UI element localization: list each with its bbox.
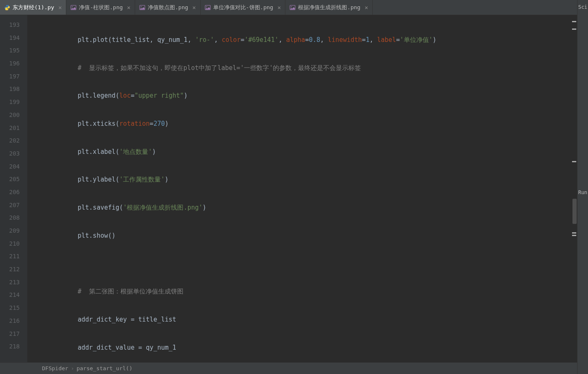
right-tool-sidebar: Sci Run bbox=[577, 0, 588, 374]
line-number: 202 bbox=[0, 134, 27, 147]
line-number: 204 bbox=[0, 160, 27, 173]
tab-label: 东方财经(1).py bbox=[13, 4, 54, 11]
image-file-icon bbox=[71, 5, 76, 10]
tab-label: 净值散点图.png bbox=[148, 4, 188, 11]
svg-point-5 bbox=[206, 6, 207, 7]
breadcrumb-item[interactable]: parse_start_url() bbox=[76, 365, 132, 371]
tab-image-4[interactable]: 根据净值生成折线图.png × bbox=[285, 0, 373, 15]
line-number: 217 bbox=[0, 327, 27, 340]
line-number: 198 bbox=[0, 83, 27, 96]
tab-bar: 东方财经(1).py × 净值-柱状图.png × 净值散点图.png × 单位… bbox=[0, 0, 577, 15]
breadcrumb: DFSpider › parse_start_url() bbox=[0, 362, 577, 374]
line-number: 215 bbox=[0, 301, 27, 314]
line-number: 211 bbox=[0, 250, 27, 263]
scroll-marker bbox=[572, 235, 576, 236]
line-number: 197 bbox=[0, 70, 27, 83]
line-number: 213 bbox=[0, 276, 27, 289]
scroll-marker bbox=[572, 161, 576, 162]
close-icon[interactable]: × bbox=[58, 4, 62, 11]
editor-scrollbar[interactable] bbox=[571, 18, 577, 362]
close-icon[interactable]: × bbox=[277, 4, 281, 11]
tab-label: 净值-柱状图.png bbox=[79, 4, 123, 11]
scroll-marker bbox=[572, 29, 576, 30]
line-number: 216 bbox=[0, 314, 27, 327]
scrollbar-thumb[interactable] bbox=[572, 199, 577, 224]
close-icon[interactable]: × bbox=[127, 4, 131, 11]
editor[interactable]: 193 194 195 196 197 198 199 200 201 202 … bbox=[0, 15, 577, 362]
line-number: 194 bbox=[0, 31, 27, 44]
code-editor-content[interactable]: plt.plot(title_list, qy_num_1, 'ro-', co… bbox=[27, 15, 577, 362]
line-number: 206 bbox=[0, 186, 27, 199]
line-number: 199 bbox=[0, 96, 27, 109]
svg-point-3 bbox=[141, 6, 141, 7]
scroll-marker bbox=[572, 232, 576, 234]
run-tool-button[interactable]: Run bbox=[578, 188, 588, 197]
line-number: 196 bbox=[0, 57, 27, 70]
line-number: 212 bbox=[0, 263, 27, 276]
tab-image-1[interactable]: 净值-柱状图.png × bbox=[66, 0, 135, 15]
line-number: 210 bbox=[0, 237, 27, 250]
line-number: 208 bbox=[0, 211, 27, 224]
tab-image-3[interactable]: 单位净值对比-饼图.png × bbox=[201, 0, 286, 15]
line-number: 218 bbox=[0, 340, 27, 353]
line-number: 205 bbox=[0, 173, 27, 186]
line-number: 207 bbox=[0, 199, 27, 212]
chevron-right-icon: › bbox=[71, 365, 74, 371]
image-file-icon bbox=[290, 5, 295, 10]
tab-python-file[interactable]: 东方财经(1).py × bbox=[0, 0, 66, 15]
line-number: 195 bbox=[0, 44, 27, 57]
tab-label: 单位净值对比-饼图.png bbox=[213, 4, 273, 11]
image-file-icon bbox=[205, 5, 211, 10]
line-number: 201 bbox=[0, 122, 27, 135]
sciview-tool-button[interactable]: Sci bbox=[578, 3, 588, 12]
python-file-icon bbox=[4, 5, 10, 10]
tab-label: 根据净值生成折线图.png bbox=[298, 4, 360, 11]
line-number: 200 bbox=[0, 109, 27, 122]
image-file-icon bbox=[139, 5, 145, 10]
close-icon[interactable]: × bbox=[192, 4, 196, 11]
svg-point-7 bbox=[291, 6, 292, 7]
close-icon[interactable]: × bbox=[365, 4, 368, 11]
scroll-marker bbox=[572, 21, 576, 22]
line-number: 209 bbox=[0, 224, 27, 237]
tab-image-2[interactable]: 净值散点图.png × bbox=[135, 0, 201, 15]
breadcrumb-item[interactable]: DFSpider bbox=[42, 365, 68, 371]
line-number-gutter: 193 194 195 196 197 198 199 200 201 202 … bbox=[0, 15, 27, 362]
main-editor-area: 东方财经(1).py × 净值-柱状图.png × 净值散点图.png × 单位… bbox=[0, 0, 577, 374]
line-number: 193 bbox=[0, 18, 27, 31]
line-number: 203 bbox=[0, 147, 27, 160]
line-number: 214 bbox=[0, 288, 27, 301]
svg-point-1 bbox=[72, 6, 73, 7]
